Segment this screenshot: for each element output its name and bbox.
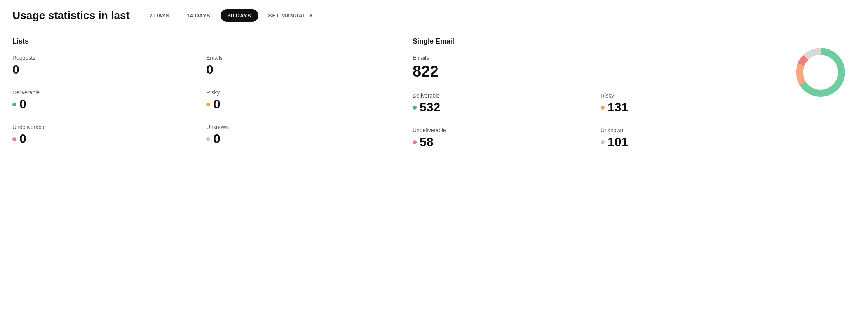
- single-email-undeliverable: Undeliverable 58: [413, 127, 582, 149]
- single-email-unknown: Unknown 101: [601, 127, 770, 149]
- lists-deliverable-label: Deliverable: [12, 89, 188, 96]
- lists-unknown-value: 0: [206, 132, 382, 146]
- lists-deliverable: Deliverable 0: [12, 89, 188, 111]
- lists-requests-value: 0: [12, 63, 188, 77]
- single-email-section: Single Email Emails 822 Deliverable 532 …: [413, 37, 856, 149]
- lists-undeliverable-value: 0: [12, 132, 188, 146]
- lists-section-title: Lists: [12, 37, 382, 45]
- se-deliverable-dot-icon: [413, 106, 417, 110]
- single-email-deliverable-value: 532: [413, 100, 582, 115]
- se-unknown-dot-icon: [601, 140, 605, 144]
- single-email-risky-value: 131: [601, 100, 770, 115]
- single-email-undeliverable-value: 58: [413, 135, 582, 149]
- svg-point-0: [806, 57, 835, 87]
- unknown-dot-icon: [206, 137, 210, 141]
- lists-requests-label: Requests: [12, 55, 188, 61]
- lists-requests: Requests 0: [12, 55, 188, 77]
- lists-risky: Risky 0: [206, 89, 382, 111]
- tab-30days[interactable]: 30 DAYS: [221, 9, 258, 22]
- lists-undeliverable: Undeliverable 0: [12, 124, 188, 146]
- single-email-total: Emails 822: [413, 55, 770, 80]
- single-email-data: Single Email Emails 822 Deliverable 532 …: [413, 37, 770, 149]
- deliverable-dot-icon: [12, 103, 16, 106]
- lists-risky-label: Risky: [206, 89, 382, 96]
- single-email-deliverable-label: Deliverable: [413, 92, 582, 99]
- lists-deliverable-value: 0: [12, 97, 188, 111]
- tab-bar: 7 DAYS 14 DAYS 30 DAYS SET MANUALLY: [142, 9, 320, 22]
- lists-unknown: Unknown 0: [206, 124, 382, 146]
- single-email-undeliverable-label: Undeliverable: [413, 127, 582, 133]
- tab-14days[interactable]: 14 DAYS: [180, 9, 218, 22]
- lists-section: Lists Requests 0 Emails 0 Deliverable 0 …: [12, 37, 382, 149]
- se-risky-dot-icon: [601, 106, 605, 110]
- single-email-risky: Risky 131: [601, 92, 770, 115]
- main-content: Lists Requests 0 Emails 0 Deliverable 0 …: [12, 37, 856, 149]
- single-email-unknown-label: Unknown: [601, 127, 770, 133]
- lists-emails-label: Emails: [206, 55, 382, 61]
- single-email-deliverable: Deliverable 532: [413, 92, 582, 115]
- undeliverable-dot-icon: [12, 137, 16, 141]
- single-email-unknown-value: 101: [601, 135, 770, 149]
- lists-emails: Emails 0: [206, 55, 382, 77]
- single-email-total-value: 822: [413, 63, 770, 80]
- single-email-risky-label: Risky: [601, 92, 770, 99]
- tab-set-manually[interactable]: SET MANUALLY: [261, 9, 320, 22]
- single-email-total-label: Emails: [413, 55, 770, 61]
- donut-chart: [786, 37, 856, 107]
- page-title: Usage statistics in last: [12, 9, 130, 22]
- lists-undeliverable-label: Undeliverable: [12, 124, 188, 130]
- lists-emails-value: 0: [206, 63, 382, 77]
- lists-risky-value: 0: [206, 97, 382, 111]
- tab-7days[interactable]: 7 DAYS: [142, 9, 177, 22]
- single-email-stats-grid: Deliverable 532 Risky 131 Undeliverable: [413, 92, 770, 149]
- single-email-section-title: Single Email: [413, 37, 770, 45]
- risky-dot-icon: [206, 103, 210, 106]
- lists-stats-grid: Requests 0 Emails 0 Deliverable 0 Risky …: [12, 55, 382, 146]
- lists-unknown-label: Unknown: [206, 124, 382, 130]
- se-undeliverable-dot-icon: [413, 140, 417, 144]
